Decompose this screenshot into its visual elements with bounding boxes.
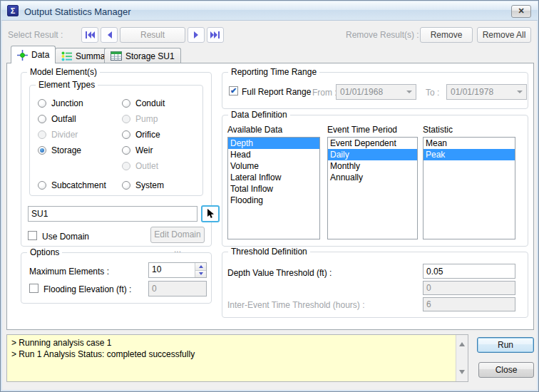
radio-outlet: Outlet: [122, 158, 165, 174]
radio-circle: [38, 130, 46, 139]
radio-divider: Divider: [38, 127, 106, 143]
depth-value-threshold-input[interactable]: [423, 264, 515, 279]
radio-circle[interactable]: [122, 130, 130, 139]
radio-label: Pump: [135, 114, 158, 124]
list-item[interactable]: Depth: [228, 138, 319, 149]
use-domain-label: Use Domain: [42, 232, 89, 242]
tab-storage-su1[interactable]: Storage SU1: [104, 48, 181, 63]
full-report-range-checkbox[interactable]: [229, 86, 238, 96]
inter-event-time-threshold-label: Inter-Event Time Threshold (hours) :: [227, 300, 365, 310]
list-item[interactable]: Event Dependent: [328, 138, 417, 149]
next-result-button[interactable]: [188, 27, 205, 43]
window-title: Output Statistics Manager: [24, 6, 131, 17]
model-elements-group-label: Model Element(s): [27, 67, 100, 77]
element-types-group-label: Element Types: [36, 80, 98, 90]
scroll-down-icon[interactable]: [459, 370, 465, 377]
last-result-button[interactable]: [207, 27, 224, 43]
radio-circle: [122, 115, 130, 123]
previous-icon: [106, 31, 113, 39]
maximum-elements-label: Maximum Elements :: [29, 267, 109, 277]
radio-label: Outlet: [135, 161, 158, 171]
radio-label: Subcatchment: [51, 180, 106, 190]
remove-all-button[interactable]: Remove All: [477, 27, 531, 43]
event-time-period-header: Event Time Period: [327, 125, 397, 135]
available-data-listbox[interactable]: DepthHeadVolumeLateral InflowTotal Inflo…: [227, 137, 320, 239]
radio-label: Divider: [51, 130, 78, 140]
maximum-elements-value[interactable]: 10: [149, 263, 195, 277]
radio-label: Conduit: [135, 98, 165, 108]
scroll-up-icon[interactable]: [459, 339, 465, 346]
element-type-radios-right: ConduitPumpOrificeWeirOutletSystem: [122, 96, 165, 193]
statistic-listbox[interactable]: MeanPeak: [423, 137, 515, 239]
radio-circle[interactable]: [122, 99, 130, 108]
list-item[interactable]: Monthly: [328, 160, 417, 172]
options-group-label: Options: [27, 247, 62, 257]
to-date-value: 01/01/1978: [451, 87, 493, 97]
radio-label: Storage: [51, 145, 81, 155]
radio-outfall[interactable]: Outfall: [38, 111, 106, 127]
window-close-button[interactable]: ✕: [511, 5, 531, 18]
data-definition-group-label: Data Definition: [228, 110, 290, 120]
pick-element-button[interactable]: [201, 205, 220, 222]
list-item[interactable]: Lateral Inflow: [228, 172, 319, 183]
list-item[interactable]: Flooding: [228, 195, 319, 206]
run-button[interactable]: Run: [477, 337, 534, 353]
select-result-label: Select Result :: [8, 30, 63, 40]
list-item[interactable]: Mean: [423, 138, 515, 149]
table-icon: [111, 51, 122, 61]
previous-result-button[interactable]: [101, 27, 118, 43]
log-scrollbar[interactable]: [456, 335, 468, 381]
radio-label: System: [135, 180, 164, 190]
spin-up-icon[interactable]: [195, 263, 206, 270]
from-date-value: 01/01/1968: [340, 87, 383, 97]
radio-orifice[interactable]: Orifice: [122, 127, 165, 143]
radio-junction[interactable]: Junction: [38, 96, 106, 111]
radio-circle[interactable]: [38, 115, 46, 123]
first-result-button[interactable]: [81, 27, 98, 43]
flooding-elevation-checkbox[interactable]: [29, 284, 38, 293]
event-time-period-listbox[interactable]: Event DependentDailyMonthlyAnnually: [327, 137, 418, 239]
radio-circle[interactable]: [38, 181, 46, 190]
maximum-elements-stepper[interactable]: 10: [148, 262, 207, 278]
radio-label: Weir: [135, 145, 153, 155]
list-item[interactable]: Peak: [423, 149, 515, 160]
status-log[interactable]: > Running analysis case 1> Run 1 Analysi…: [6, 334, 468, 382]
tab-data[interactable]: Data: [11, 46, 56, 63]
flooding-elevation-input: [148, 281, 207, 296]
use-domain-checkbox[interactable]: [28, 231, 37, 240]
radio-conduit[interactable]: Conduit: [122, 96, 165, 111]
flooding-elevation-label: Flooding Elevation (ft) :: [43, 284, 131, 294]
app-sigma-icon: Σ: [7, 5, 19, 16]
status-log-lines: > Running analysis case 1> Run 1 Analysi…: [11, 337, 452, 360]
element-name-input[interactable]: [28, 206, 197, 222]
radio-circle[interactable]: [38, 146, 46, 155]
spin-down-icon[interactable]: [195, 270, 206, 278]
dropdown-arrow-icon: [517, 91, 523, 96]
radio-circle[interactable]: [38, 99, 46, 108]
result-button[interactable]: Result: [120, 27, 185, 43]
list-item[interactable]: Annually: [328, 172, 417, 183]
inter-event-time-threshold-input: [423, 297, 515, 311]
radio-subcatchment[interactable]: Subcatchment: [38, 177, 106, 193]
tab-data-label: Data: [31, 50, 49, 60]
list-item[interactable]: Head: [228, 149, 319, 160]
radio-system[interactable]: System: [122, 177, 165, 193]
first-icon: [85, 31, 95, 39]
close-button[interactable]: Close: [478, 362, 534, 378]
radio-circle[interactable]: [122, 146, 130, 155]
radio-storage[interactable]: Storage: [38, 143, 106, 158]
summary-list-icon: [61, 51, 72, 61]
radio-label: Junction: [51, 98, 83, 108]
list-item[interactable]: Daily: [328, 149, 417, 160]
element-type-radios-left: JunctionOutfallDividerStorageSubcatchmen…: [38, 96, 106, 193]
radio-weir[interactable]: Weir: [122, 143, 165, 158]
log-line: > Running analysis case 1: [11, 337, 452, 349]
log-line: > Run 1 Analysis Status: completed succe…: [11, 349, 452, 360]
remove-button[interactable]: Remove: [420, 27, 473, 43]
list-item[interactable]: Volume: [228, 160, 319, 172]
spinner-buttons[interactable]: [195, 263, 206, 277]
radio-circle: [122, 162, 130, 170]
from-label: From :: [312, 88, 337, 98]
list-item[interactable]: Total Inflow: [228, 183, 319, 195]
radio-circle[interactable]: [122, 181, 130, 190]
